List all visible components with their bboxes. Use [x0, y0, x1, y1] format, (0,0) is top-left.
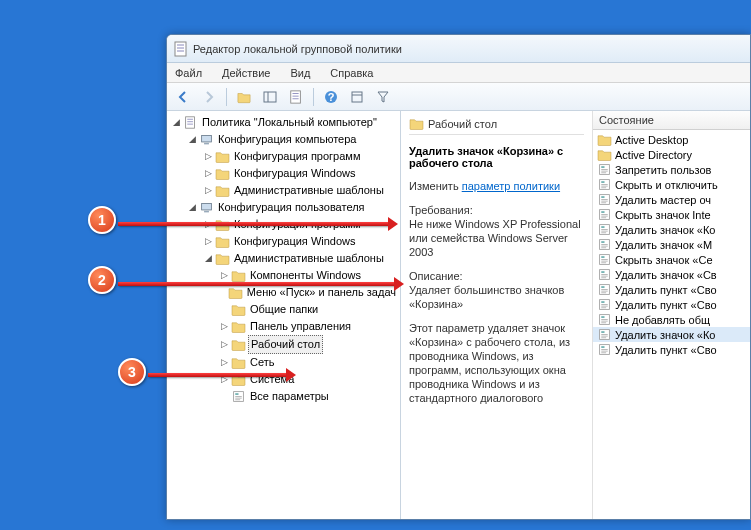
detail-header: Рабочий стол	[409, 117, 584, 135]
up-button[interactable]	[232, 86, 256, 108]
list-item-label: Удалить значок «Ко	[615, 329, 715, 341]
app-icon	[173, 41, 189, 57]
setting-icon	[597, 313, 612, 326]
edit-link-row: Изменить параметр политики	[409, 179, 584, 193]
long-description: Этот параметр удаляет значок «Корзина» с…	[409, 321, 584, 405]
annotation-arrow-2	[118, 282, 396, 286]
menu-file[interactable]: Файл	[171, 65, 206, 81]
setting-icon	[597, 283, 612, 296]
setting-icon	[597, 253, 612, 266]
show-hide-tree-button[interactable]	[258, 86, 282, 108]
list-item[interactable]: Удалить значок «Ко	[593, 327, 750, 342]
list-item-label: Удалить мастер оч	[615, 194, 711, 206]
menu-view[interactable]: Вид	[286, 65, 314, 81]
window-title: Редактор локальной групповой политики	[193, 43, 402, 55]
expand-icon[interactable]: ▷	[203, 237, 213, 247]
help-button[interactable]: ?	[319, 86, 343, 108]
collapse-icon[interactable]: ◢	[171, 118, 181, 128]
svg-rect-11	[264, 92, 276, 102]
setting-icon	[597, 223, 612, 236]
list-item-label: Скрыть значок Inte	[615, 209, 711, 221]
list-item-label: Удалить значок «М	[615, 239, 712, 251]
detail-description: Рабочий стол Удалить значок «Корзина» с …	[401, 111, 593, 519]
tree-computer-config[interactable]: ◢Конфигурация компьютера	[185, 131, 400, 148]
tree-cc-admin[interactable]: ▷Административные шаблоны	[201, 182, 400, 199]
tree-at-controlpanel[interactable]: ▷Панель управления	[217, 318, 400, 335]
list-item[interactable]: Не добавлять общ	[593, 312, 750, 327]
tree-user-config[interactable]: ◢Конфигурация пользователя	[185, 199, 400, 216]
list-item[interactable]: Удалить пункт «Сво	[593, 282, 750, 297]
list-item[interactable]: Удалить пункт «Сво	[593, 342, 750, 357]
tree-cc-software[interactable]: ▷Конфигурация программ	[201, 148, 400, 165]
tree-pane: ◢Политика "Локальный компьютер" ◢Конфигу…	[167, 111, 401, 519]
list-item[interactable]: Active Desktop	[593, 132, 750, 147]
forward-button[interactable]	[197, 86, 221, 108]
list-item[interactable]: Скрыть значок «Се	[593, 252, 750, 267]
tree-at-all[interactable]: Все параметры	[217, 388, 400, 405]
list-item[interactable]: Скрыть значок Inte	[593, 207, 750, 222]
expand-icon[interactable]: ▷	[219, 358, 229, 368]
tree-at-network[interactable]: ▷Сеть	[217, 354, 400, 371]
list-item[interactable]: Удалить значок «Ко	[593, 222, 750, 237]
list-item[interactable]: Удалить пункт «Сво	[593, 297, 750, 312]
collapse-icon[interactable]: ◢	[203, 254, 213, 264]
tree-at-startmenu[interactable]: Меню «Пуск» и панель задач	[217, 284, 400, 301]
column-header-state[interactable]: Состояние	[593, 111, 750, 130]
list-item[interactable]: Удалить значок «М	[593, 237, 750, 252]
list-item-label: Удалить значок «Св	[615, 269, 717, 281]
gpedit-window: Редактор локальной групповой политики Фа…	[166, 34, 751, 520]
expand-icon[interactable]: ▷	[219, 271, 229, 281]
expand-icon[interactable]: ▷	[203, 152, 213, 162]
list-item[interactable]: Удалить мастер оч	[593, 192, 750, 207]
setting-icon	[597, 178, 612, 191]
list-item-label: Скрыть значок «Се	[615, 254, 713, 266]
detail-pane: Рабочий стол Удалить значок «Корзина» с …	[401, 111, 750, 519]
list-item-label: Удалить пункт «Сво	[615, 299, 717, 311]
tree-at-shared[interactable]: Общие папки	[217, 301, 400, 318]
filter-button[interactable]	[371, 86, 395, 108]
folder-icon	[597, 133, 612, 146]
properties-button[interactable]	[345, 86, 369, 108]
selected-item-title: Удалить значок «Корзина» с рабочего стол…	[409, 145, 584, 169]
edit-policy-link[interactable]: параметр политики	[462, 180, 560, 192]
list-item-label: Запретить пользов	[615, 164, 711, 176]
tree-at-desktop[interactable]: ▷Рабочий стол	[217, 335, 400, 354]
list-item-label: Удалить значок «Ко	[615, 224, 715, 236]
annotation-arrow-3	[148, 373, 288, 377]
titlebar[interactable]: Редактор локальной групповой политики	[167, 35, 750, 63]
menubar: Файл Действие Вид Справка	[167, 63, 750, 83]
setting-icon	[597, 268, 612, 281]
list-item[interactable]: Удалить значок «Св	[593, 267, 750, 282]
collapse-icon[interactable]: ◢	[187, 203, 197, 213]
tree-cc-windows[interactable]: ▷Конфигурация Windows	[201, 165, 400, 182]
list-item-label: Active Directory	[615, 149, 692, 161]
list-item-label: Удалить пункт «Сво	[615, 284, 717, 296]
annotation-marker-2: 2	[88, 266, 116, 294]
tree-root[interactable]: ◢Политика "Локальный компьютер"	[169, 114, 400, 131]
content-area: ◢Политика "Локальный компьютер" ◢Конфигу…	[167, 111, 750, 519]
tree-uc-admin[interactable]: ◢Административные шаблоны	[201, 250, 400, 267]
tree-uc-windows[interactable]: ▷Конфигурация Windows	[201, 233, 400, 250]
expand-icon[interactable]: ▷	[219, 322, 229, 332]
list-item[interactable]: Запретить пользов	[593, 162, 750, 177]
menu-help[interactable]: Справка	[326, 65, 377, 81]
list-item[interactable]: Скрыть и отключить	[593, 177, 750, 192]
folder-icon	[597, 148, 612, 161]
annotation-arrow-1	[118, 222, 390, 226]
annotation-marker-3: 3	[118, 358, 146, 386]
policy-tree[interactable]: ◢Политика "Локальный компьютер" ◢Конфигу…	[167, 114, 400, 405]
export-button[interactable]	[284, 86, 308, 108]
setting-icon	[597, 208, 612, 221]
setting-icon	[597, 298, 612, 311]
back-button[interactable]	[171, 86, 195, 108]
collapse-icon[interactable]: ◢	[187, 135, 197, 145]
description: Описание:Удаляет большинство значков «Ко…	[409, 269, 584, 311]
expand-icon[interactable]: ▷	[219, 340, 229, 350]
list-body[interactable]: Active DesktopActive DirectoryЗапретить …	[593, 130, 750, 359]
menu-action[interactable]: Действие	[218, 65, 274, 81]
detail-heading: Рабочий стол	[428, 118, 497, 130]
expand-icon[interactable]: ▷	[203, 186, 213, 196]
expand-icon[interactable]: ▷	[203, 169, 213, 179]
list-item[interactable]: Active Directory	[593, 147, 750, 162]
list-item-label: Не добавлять общ	[615, 314, 710, 326]
